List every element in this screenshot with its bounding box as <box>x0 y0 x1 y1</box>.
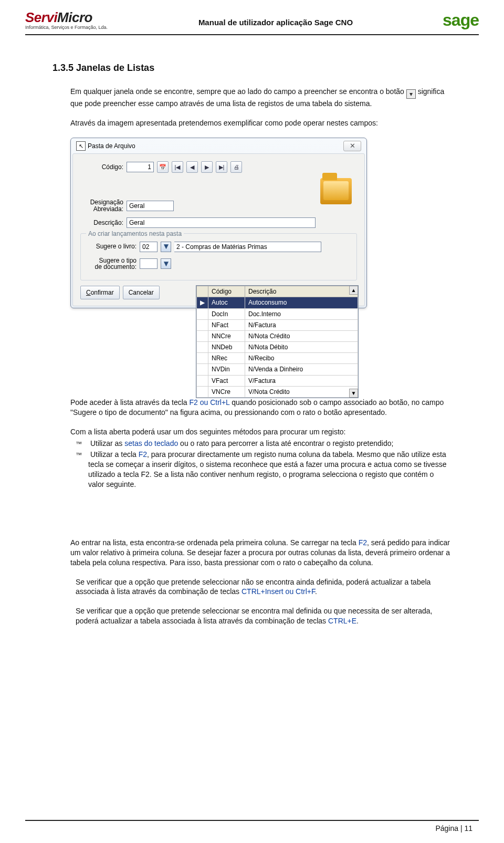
scroll-down-button[interactable]: ▼ <box>349 389 358 398</box>
scroll-up-button[interactable]: ▲ <box>349 286 358 295</box>
sugere-livro-label: Sugere o livro: <box>86 242 136 251</box>
dropdown-icon: ▾ <box>406 89 416 99</box>
footer-rule <box>25 820 479 821</box>
kbd-f2: F2 <box>139 450 147 459</box>
livro-dropdown-button[interactable]: ⯆ <box>161 242 171 252</box>
kbd-arrows: setas do teclado <box>124 439 178 447</box>
list-row[interactable]: VNCreV/Nota Crédito <box>197 386 358 397</box>
descricao-label: Descrição: <box>80 218 123 227</box>
list-row[interactable]: NVDinN/Venda a Dinheiro <box>197 364 358 375</box>
page-header: ServiMicro Informática, Serviços e Forma… <box>0 0 504 33</box>
list-row[interactable]: ▶AutocAutoconsumo <box>197 297 358 308</box>
paragraph-6: Se verificar que a opção que pretende se… <box>76 577 452 597</box>
kbd-f2-ctrl-l: F2 ou Ctrl+L <box>189 398 229 407</box>
row-marker-icon: ▶ <box>197 297 208 308</box>
sugere-doc-code[interactable] <box>140 258 158 269</box>
section-heading: 1.3.5 Janelas de Listas <box>52 61 452 74</box>
codigo-input[interactable] <box>127 162 154 172</box>
sugere-livro-text[interactable] <box>174 242 321 252</box>
paragraph-4: Com a lista aberta poderá usar um dos se… <box>70 427 452 490</box>
descricao-input[interactable] <box>127 217 316 228</box>
close-button[interactable]: ✕ <box>343 141 361 151</box>
folder-icon <box>320 178 352 204</box>
col-descricao[interactable]: Descrição <box>245 286 358 297</box>
kbd-f2-b: F2 <box>359 538 367 547</box>
designacao-input[interactable] <box>127 201 174 211</box>
paragraph-5: Ao entrar na lista, esta encontra-se ord… <box>70 538 452 568</box>
col-codigo[interactable]: Código <box>208 286 245 297</box>
kbd-ctrl-e: CTRL+E <box>328 617 356 625</box>
dropdown-list[interactable]: ▲ ▼ Código Descrição ▶AutocAutoconsumo D… <box>196 285 359 398</box>
nav-next-button[interactable]: ▶ <box>201 161 213 173</box>
list-row[interactable]: NNCreN/Nota Crédito <box>197 330 358 341</box>
list-row[interactable]: NFactN/Factura <box>197 319 358 330</box>
paragraph-2: Através da imagem apresentada pretendemo… <box>70 118 452 128</box>
doc-dropdown-button[interactable]: ⯆ <box>161 258 171 269</box>
cursor-icon: ↖ <box>76 141 86 151</box>
nav-last-button[interactable]: ▶| <box>216 161 227 173</box>
page-number: Página | 11 <box>0 824 504 832</box>
doc-title: Manual de utilizador aplicação Sage CNO <box>125 18 426 30</box>
cancelar-button[interactable]: CancCancelarelar <box>123 286 160 299</box>
group-legend: Ao criar lançamentos nesta pasta <box>86 230 184 238</box>
paragraph-7: Se verificar que a opção que pretende se… <box>76 606 452 626</box>
logo-part2: Micro <box>57 9 92 25</box>
logo-part1: Servi <box>25 9 57 25</box>
nav-first-button[interactable]: |◀ <box>172 161 183 173</box>
dialog-title: Pasta de Arquivo <box>88 142 135 150</box>
print-button[interactable]: 🖨 <box>230 161 242 173</box>
bullet-1: Utilizar as setas do teclado ou o rato p… <box>70 439 452 449</box>
list-row[interactable]: NRecN/Recibo <box>197 353 358 364</box>
calendar-button[interactable]: 📅 <box>157 161 169 173</box>
confirmar-button[interactable]: CConfirmaronfirmar <box>80 286 120 299</box>
paragraph-3: Pode aceder à lista através da tecla F2 … <box>70 398 452 418</box>
sugere-doc-label: Sugere o tipo de documento: <box>86 257 136 270</box>
list-header-row[interactable]: Código Descrição <box>197 286 358 297</box>
designacao-label: Designação Abreviada: <box>80 199 123 212</box>
list-row[interactable]: DocInDoc.Interno <box>197 308 358 319</box>
dialog-pasta-arquivo: ↖ Pasta de Arquivo ✕ Código: 📅 |◀ ◀ ▶ ▶|… <box>70 138 367 308</box>
page-footer: Página | 11 <box>0 820 504 832</box>
kbd-ctrl-insert: CTRL+Insert ou Ctrl+F <box>242 587 315 596</box>
logo-subtitle: Informática, Serviços e Formação, Lda. <box>25 25 125 30</box>
list-row[interactable]: NNDebN/Nota Débito <box>197 342 358 353</box>
codigo-label: Código: <box>80 163 123 171</box>
bullet-2: Utilizar a tecla F2, para procurar direc… <box>70 450 452 490</box>
logo-sage: sage <box>426 11 479 30</box>
sugere-livro-code[interactable] <box>140 242 158 252</box>
paragraph-1: Em qualquer janela onde se encontre, sem… <box>70 87 452 109</box>
nav-prev-button[interactable]: ◀ <box>186 161 198 173</box>
logo-servimicro: ServiMicro Informática, Serviços e Forma… <box>25 9 125 30</box>
list-row[interactable]: VFactV/Factura <box>197 375 358 386</box>
dialog-titlebar: ↖ Pasta de Arquivo ✕ <box>71 138 366 153</box>
